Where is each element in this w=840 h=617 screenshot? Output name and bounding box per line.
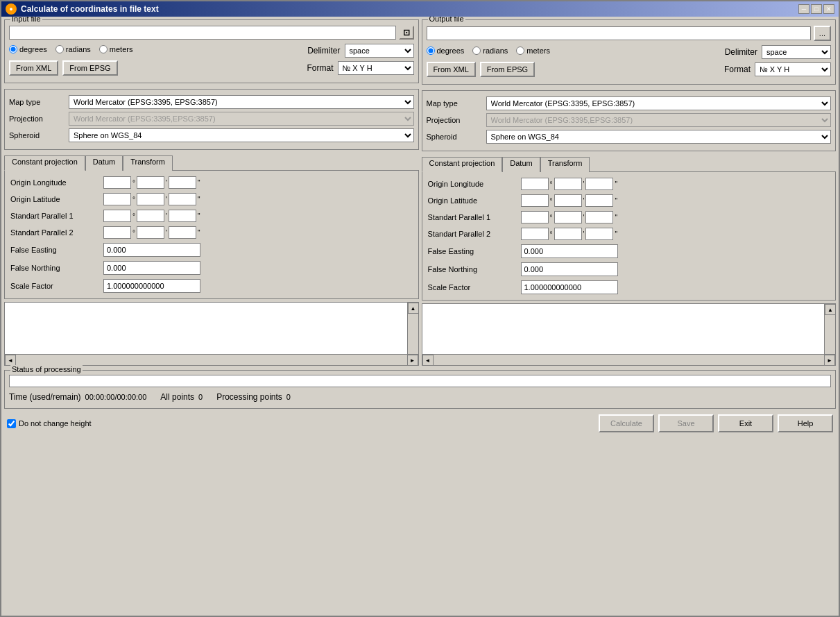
left-origin-longitude-min[interactable] — [137, 176, 164, 189]
output-delimiter-select[interactable]: space tab , ; — [762, 45, 831, 59]
input-delimiter-select[interactable]: space tab , ; — [345, 44, 414, 58]
input-meters-radio[interactable] — [99, 45, 108, 53]
output-file-path[interactable] — [427, 26, 811, 40]
left-origin-latitude-sec[interactable] — [169, 193, 196, 205]
right-false-northing-input[interactable] — [521, 262, 618, 276]
maximize-button[interactable]: □ — [811, 4, 822, 14]
left-projection-select[interactable]: World Mercator (EPSG:3395,EPSG:3857) — [69, 112, 414, 126]
right-sp1-min[interactable] — [554, 211, 582, 223]
input-radians-radio[interactable] — [55, 45, 64, 53]
output-format-select[interactable]: № X Y H № Y X H X Y H — [755, 62, 831, 76]
left-scroll-track-h — [16, 355, 407, 365]
right-sp2-min[interactable] — [554, 228, 582, 240]
left-origin-latitude-min[interactable] — [137, 193, 164, 205]
right-origin-longitude-sec[interactable] — [585, 178, 613, 190]
left-tab-transform[interactable]: Transform — [123, 155, 173, 171]
do-not-change-height-checkbox[interactable] — [7, 419, 16, 428]
do-not-change-height-label[interactable]: Do not change height — [7, 419, 92, 428]
input-meters-label[interactable]: meters — [99, 45, 133, 53]
left-false-northing-input[interactable] — [103, 261, 200, 275]
right-map-type-row: Map type World Mercator (EPSG:3395, EPSG… — [427, 96, 832, 110]
right-map-type-select[interactable]: World Mercator (EPSG:3395, EPSG:3857) — [486, 96, 832, 110]
left-sp2-sec[interactable] — [169, 226, 196, 239]
output-radians-radio[interactable] — [472, 47, 481, 55]
right-origin-longitude-deg[interactable] — [521, 178, 549, 190]
status-bar — [9, 375, 831, 387]
right-scroll-left-btn[interactable]: ◄ — [422, 355, 434, 366]
left-scroll-up-btn[interactable]: ▲ — [408, 303, 419, 314]
input-from-xml-button[interactable]: From XML — [9, 60, 58, 76]
input-format-select[interactable]: № X Y H № Y X H X Y H — [338, 61, 414, 75]
window-title: Calculate of coordinates in file text — [21, 4, 159, 14]
help-button[interactable]: Help — [778, 414, 833, 432]
left-sp1-min[interactable] — [137, 210, 164, 222]
output-browse-button[interactable]: ... — [814, 26, 831, 41]
input-browse-button[interactable]: ⊡ — [399, 26, 414, 40]
left-origin-longitude-deg[interactable] — [103, 176, 131, 189]
left-section: Input file ⊡ degrees — [4, 19, 419, 366]
left-map-type-select[interactable]: World Mercator (EPSG:3395, EPSG:3857) — [69, 95, 414, 109]
right-origin-latitude-label: Origin Latitude — [428, 196, 518, 205]
right-origin-latitude-deg[interactable] — [521, 194, 549, 207]
right-tab-constant-projection[interactable]: Constant projection — [422, 157, 503, 172]
output-radians-label[interactable]: radians — [472, 47, 508, 55]
save-button[interactable]: Save — [658, 414, 714, 432]
right-sp1-deg[interactable] — [521, 211, 549, 223]
right-origin-longitude-row: Origin Longitude ° ' " — [428, 178, 830, 190]
right-false-easting-input[interactable] — [521, 244, 618, 258]
all-points-item: All points 0 — [160, 392, 203, 402]
right-scroll-right-btn[interactable]: ► — [824, 355, 835, 366]
input-file-path[interactable] — [9, 26, 396, 40]
output-from-xml-button[interactable]: From XML — [427, 62, 476, 77]
left-sp2-deg[interactable] — [103, 226, 131, 239]
output-meters-radio[interactable] — [516, 47, 524, 55]
left-origin-longitude-sec[interactable] — [169, 176, 196, 189]
left-tab-constant-projection[interactable]: Constant projection — [4, 155, 85, 171]
left-origin-latitude-deg[interactable] — [103, 193, 131, 205]
output-degrees-radio[interactable] — [427, 47, 435, 55]
calculate-button[interactable]: Calculate — [599, 414, 654, 432]
left-sp2-min[interactable] — [137, 226, 164, 239]
exit-button[interactable]: Exit — [718, 414, 773, 432]
left-map-section: Map type World Mercator (EPSG:3395, EPSG… — [9, 95, 414, 142]
output-from-epsg-button[interactable]: From EPSG — [480, 62, 535, 77]
right-tab-datum[interactable]: Datum — [502, 157, 540, 172]
right-origin-latitude-min[interactable] — [554, 194, 582, 207]
left-projection-label: Projection — [9, 115, 65, 123]
right-sp1-sec[interactable] — [585, 211, 613, 223]
left-standart-parallel2-dms: ° ' " — [103, 226, 200, 239]
right-tab-transform[interactable]: Transform — [540, 157, 590, 172]
close-button[interactable]: ✕ — [823, 4, 834, 14]
input-degrees-label[interactable]: degrees — [9, 45, 47, 53]
output-delimiter-group: Delimiter space tab , ; — [725, 45, 831, 59]
left-scroll-right-btn[interactable]: ► — [407, 355, 418, 366]
action-buttons: Calculate Save Exit Help — [599, 414, 833, 432]
input-file-row: ⊡ — [9, 26, 414, 40]
left-sp1-sec[interactable] — [169, 210, 196, 222]
right-origin-longitude-min[interactable] — [554, 178, 582, 190]
minimize-button[interactable]: ─ — [798, 4, 809, 14]
right-scale-factor-input[interactable] — [521, 280, 618, 294]
output-meters-label[interactable]: meters — [516, 47, 550, 55]
output-format-group: Format № X Y H № Y X H X Y H — [724, 62, 831, 76]
input-from-epsg-button[interactable]: From EPSG — [62, 60, 117, 76]
left-scroll-left-btn[interactable]: ◄ — [5, 355, 16, 366]
input-radians-label[interactable]: radians — [55, 45, 91, 53]
input-degrees-radio[interactable] — [9, 45, 17, 53]
right-projection-select[interactable]: World Mercator (EPSG:3395,EPSG:3857) — [486, 113, 832, 127]
left-sp1-deg[interactable] — [103, 210, 131, 222]
right-scroll-up-btn[interactable]: ▲ — [825, 304, 836, 315]
left-spheroid-select[interactable]: Sphere on WGS_84 — [69, 128, 414, 142]
right-origin-latitude-sec[interactable] — [585, 194, 613, 207]
right-standart-parallel2-label: Standart Parallel 2 — [428, 230, 518, 238]
right-scrollbar-h[interactable]: ◄ ► — [422, 354, 836, 365]
left-scale-factor-input[interactable] — [103, 279, 200, 293]
right-spheroid-select[interactable]: Sphere on WGS_84 — [486, 130, 832, 144]
left-tab-datum[interactable]: Datum — [85, 155, 123, 171]
right-sp2-deg[interactable] — [521, 228, 549, 240]
left-false-easting-input[interactable] — [103, 243, 200, 257]
output-degrees-label[interactable]: degrees — [427, 47, 465, 55]
right-origin-latitude-dms: ° ' " — [521, 194, 617, 207]
left-scrollbar-h[interactable]: ◄ ► — [5, 354, 418, 365]
right-sp2-sec[interactable] — [585, 228, 613, 240]
